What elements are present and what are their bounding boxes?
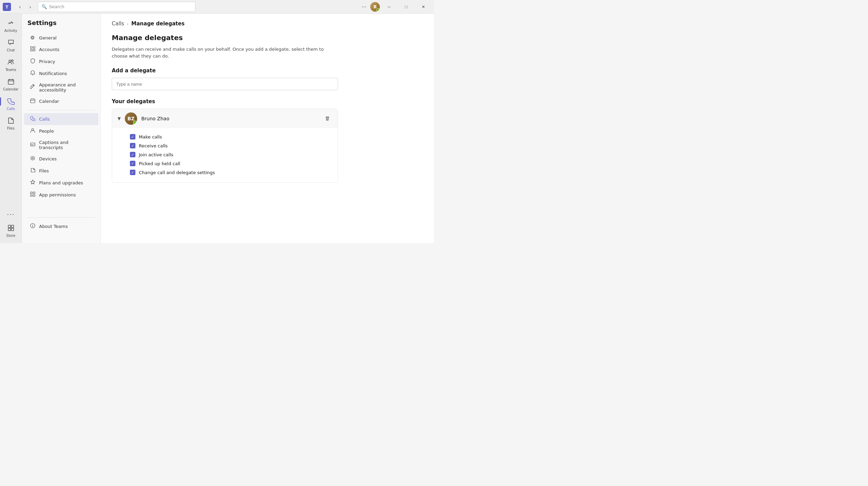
page-title: Manage delegates [112, 34, 423, 42]
svg-rect-5 [8, 225, 11, 228]
sidebar-item-chat[interactable]: Chat [1, 36, 21, 55]
permission-pickup-held: Picked up held call [130, 159, 332, 168]
settings-item-about[interactable]: About Teams [24, 220, 98, 232]
more-icon: ··· [7, 211, 15, 218]
settings-files-icon [29, 168, 36, 174]
accounts-label: Accounts [39, 47, 59, 52]
svg-rect-12 [33, 49, 35, 51]
settings-item-accounts[interactable]: Accounts [24, 44, 98, 56]
privacy-icon [29, 58, 36, 65]
checkbox-change-settings[interactable] [130, 170, 135, 175]
settings-item-permissions[interactable]: App permissions [24, 189, 98, 201]
checkbox-pickup-held[interactable] [130, 161, 135, 166]
search-placeholder: Search [49, 4, 64, 9]
maximize-button[interactable]: □ [398, 1, 414, 12]
settings-item-general[interactable]: ⚙ General [24, 32, 98, 44]
close-button[interactable]: ✕ [415, 1, 431, 12]
nav-buttons: ‹ › [15, 2, 35, 12]
breadcrumb-parent[interactable]: Calls [112, 21, 124, 27]
sidebar-item-files[interactable]: Files [1, 114, 21, 133]
permission-receive-calls-label: Receive calls [139, 143, 168, 148]
breadcrumb-chevron: › [127, 21, 129, 26]
sidebar-item-store[interactable]: Store [1, 221, 21, 240]
svg-rect-10 [33, 47, 35, 48]
settings-people-label: People [39, 129, 54, 134]
sidebar-item-more[interactable]: ··· [1, 208, 21, 221]
forward-button[interactable]: › [25, 2, 35, 12]
calendar-icon [7, 78, 15, 86]
expand-button[interactable]: ▼ [118, 116, 121, 121]
permission-change-settings: Change call and delegate settings [130, 168, 332, 177]
sidebar-item-calendar[interactable]: Calendar [1, 75, 21, 94]
breadcrumb-current: Manage delegates [131, 21, 184, 27]
notifications-label: Notifications [39, 71, 67, 76]
settings-item-files[interactable]: Files [24, 165, 98, 177]
page-description: Delegates can receive and make calls on … [112, 46, 331, 59]
svg-rect-6 [11, 225, 14, 228]
privacy-label: Privacy [39, 59, 55, 64]
settings-item-notifications[interactable]: Notifications [24, 68, 98, 80]
settings-item-calendar[interactable]: Calendar [24, 95, 98, 107]
add-delegate-input[interactable] [112, 78, 338, 90]
svg-rect-15 [31, 143, 35, 146]
store-label: Store [6, 234, 15, 238]
permission-join-active-label: Join active calls [139, 152, 173, 157]
settings-item-plans[interactable]: Plans and upgrades [24, 177, 98, 189]
appearance-label: Appearance and accessibility [39, 82, 93, 93]
settings-item-devices[interactable]: Devices [24, 153, 98, 165]
main-content: Calls › Manage delegates Manage delegate… [101, 14, 434, 243]
settings-sidebar: Settings ⚙ General Accounts Privacy Noti… [22, 14, 101, 243]
svg-point-3 [11, 60, 13, 62]
checkbox-receive-calls[interactable] [130, 143, 135, 148]
svg-point-16 [32, 158, 33, 159]
sidebar-item-teams[interactable]: Teams [1, 56, 21, 74]
delete-delegate-button[interactable] [323, 114, 332, 123]
settings-plans-icon [29, 180, 36, 186]
svg-point-2 [9, 60, 11, 62]
settings-captions-label: Captions and transcripts [39, 140, 93, 150]
settings-calls-label: Calls [39, 117, 50, 122]
online-indicator [133, 121, 137, 124]
add-delegate-section-title: Add a delegate [112, 68, 423, 74]
search-bar[interactable]: 🔍 Search [38, 2, 195, 12]
settings-devices-icon [29, 156, 36, 162]
titlebar: T ‹ › 🔍 Search ··· B ─ □ ✕ [0, 0, 434, 14]
your-delegates-title: Your delegates [112, 98, 423, 105]
app-body: Activity Chat Teams [0, 14, 434, 243]
more-options-button[interactable]: ··· [359, 2, 369, 12]
settings-item-people[interactable]: People [24, 125, 98, 137]
settings-devices-label: Devices [39, 156, 57, 161]
svg-rect-13 [31, 99, 35, 103]
svg-rect-7 [8, 228, 11, 231]
svg-rect-11 [31, 49, 32, 51]
settings-people-icon [29, 128, 36, 134]
accounts-icon [29, 46, 36, 53]
files-label: Files [7, 126, 15, 130]
avatar-face: BZ [125, 112, 137, 125]
checkbox-make-calls[interactable] [130, 134, 135, 139]
settings-item-calls[interactable]: Calls [24, 113, 98, 125]
settings-calendar-label: Calendar [39, 99, 59, 104]
general-label: General [39, 35, 57, 40]
breadcrumb: Calls › Manage delegates [112, 21, 423, 27]
settings-item-captions[interactable]: Captions and transcripts [24, 137, 98, 153]
minimize-button[interactable]: ─ [381, 1, 397, 12]
settings-item-appearance[interactable]: Appearance and accessibility [24, 80, 98, 95]
settings-plans-label: Plans and upgrades [39, 180, 83, 185]
settings-calendar-icon [29, 98, 36, 105]
user-avatar[interactable]: B [370, 2, 380, 12]
sidebar-item-activity[interactable]: Activity [1, 16, 21, 35]
svg-rect-4 [8, 80, 14, 84]
settings-item-privacy[interactable]: Privacy [24, 56, 98, 68]
search-icon: 🔍 [41, 4, 47, 9]
delegate-name: Bruno Zhao [141, 116, 318, 121]
back-button[interactable]: ‹ [15, 2, 25, 12]
files-icon [7, 117, 15, 125]
permission-make-calls-label: Make calls [139, 134, 162, 139]
settings-divider [27, 110, 95, 110]
checkbox-join-active[interactable] [130, 152, 135, 157]
svg-rect-21 [33, 195, 35, 196]
chat-label: Chat [7, 48, 15, 52]
svg-rect-19 [33, 192, 35, 194]
sidebar-item-calls[interactable]: Calls [1, 95, 21, 113]
